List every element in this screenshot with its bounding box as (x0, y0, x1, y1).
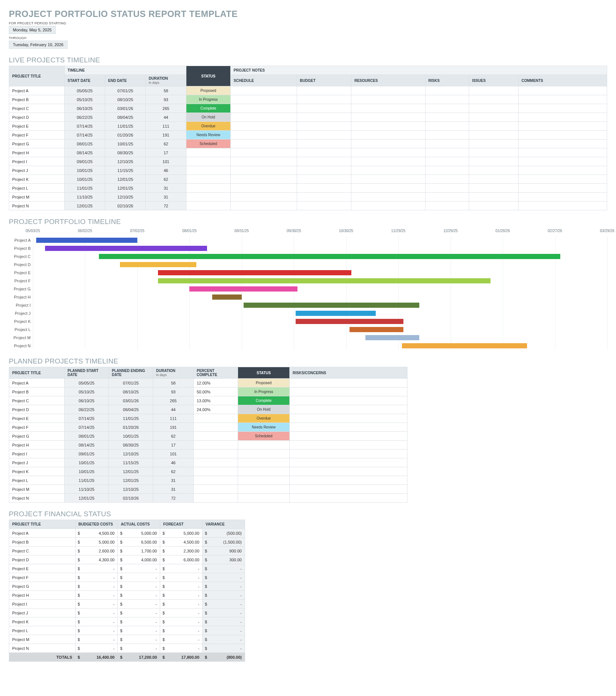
cell-end: 01/20/26 (105, 131, 146, 139)
cell-concerns (290, 467, 407, 476)
cell-comments (519, 184, 607, 193)
gantt-bar (158, 278, 491, 283)
gantt-row-label: Project K (9, 317, 33, 325)
gantt-bar (158, 270, 351, 275)
cell-resources (351, 157, 425, 166)
cell-concerns (290, 449, 407, 458)
cell-title: Project G (9, 432, 65, 441)
totals-label: TOTALS (9, 653, 76, 662)
cell-pstatus (238, 494, 290, 503)
th-issues: ISSUES (469, 75, 519, 86)
cell-comments (519, 139, 607, 148)
cell-pduration: 31 (153, 485, 194, 494)
gantt-bar (296, 311, 376, 316)
cell-budgeted: $- (75, 635, 118, 644)
gantt-tick: 08/31/25 (234, 229, 249, 233)
table-row: Project B05/10/2508/10/259350.00%In Prog… (9, 387, 407, 396)
cell-start: 05/05/25 (65, 86, 105, 95)
cell-status: Proposed (186, 86, 231, 95)
cell-ftitle: Project J (9, 609, 76, 617)
section-gantt: PROJECT PORTFOLIO TIMELINE (9, 218, 607, 226)
cell-issues (469, 184, 519, 193)
cell-status (186, 148, 231, 157)
gantt-bar (45, 246, 207, 251)
th-end-date: END DATE (105, 75, 146, 86)
cell-variance: $- (203, 591, 245, 600)
cell-pct (194, 423, 238, 432)
cell-start: 12/01/25 (65, 201, 105, 210)
cell-pduration: 72 (153, 494, 194, 503)
th-risks: RISKS (425, 75, 469, 86)
cell-pduration: 17 (153, 441, 194, 449)
cell-resources (351, 104, 425, 113)
cell-title: Project E (9, 122, 65, 131)
cell-pduration: 265 (153, 396, 194, 405)
cell-budget (297, 166, 351, 175)
cell-forecast: $2,300.00 (160, 547, 203, 555)
cell-ftitle: Project E (9, 564, 76, 573)
gantt-bar (99, 254, 560, 259)
cell-budget (297, 184, 351, 193)
cell-title: Project B (9, 387, 65, 396)
cell-status: In Progress (186, 95, 231, 104)
cell-pct (194, 414, 238, 423)
cell-issues (469, 113, 519, 122)
cell-risks (425, 193, 469, 201)
table-row: Project G08/01/2510/01/2562Scheduled (9, 432, 407, 441)
table-row: Project H$-$-$-$- (9, 591, 245, 600)
cell-budget (297, 201, 351, 210)
cell-start: 06/22/25 (65, 113, 105, 122)
cell-actual: $1,700.00 (118, 547, 160, 555)
th-duration: DURATIONin days (146, 75, 186, 86)
cell-budgeted: $- (75, 564, 118, 573)
table-row: Project M11/10/2512/10/2531 (9, 193, 607, 201)
gantt-tick: 01/28/26 (496, 229, 510, 233)
cell-title: Project J (9, 458, 65, 467)
cell-risks (425, 175, 469, 184)
gantt-row-label: Project A (9, 236, 33, 244)
cell-forecast: $6,000.00 (160, 555, 203, 564)
cell-title: Project M (9, 193, 65, 201)
cell-status: Needs Review (186, 131, 231, 139)
table-row: Project I$-$-$-$- (9, 600, 245, 609)
cell-budget (297, 113, 351, 122)
cell-end: 02/10/26 (105, 201, 146, 210)
table-row: Project K10/01/2512/01/2562 (9, 175, 607, 184)
cell-pend: 12/10/25 (109, 449, 153, 458)
cell-pduration: 62 (153, 432, 194, 441)
cell-schedule (231, 95, 297, 104)
cell-resources (351, 113, 425, 122)
cell-status (186, 166, 231, 175)
cell-pstart: 08/14/25 (65, 441, 109, 449)
table-row: Project M$-$-$-$- (9, 635, 245, 644)
cell-pduration: 44 (153, 405, 194, 414)
cell-risks (425, 122, 469, 131)
gantt-tick: 02/27/26 (548, 229, 562, 233)
th-timeline-group: TIMELINE (65, 66, 186, 75)
cell-schedule (231, 175, 297, 184)
cell-pduration: 58 (153, 379, 194, 387)
cell-resources (351, 131, 425, 139)
gantt-tick: 12/29/25 (443, 229, 458, 233)
gantt-bar (189, 286, 297, 292)
cell-start: 05/10/25 (65, 95, 105, 104)
gantt-row (33, 269, 607, 277)
cell-budget (297, 175, 351, 184)
gantt-bar (296, 319, 403, 324)
cell-pend: 07/01/25 (109, 379, 153, 387)
th-status: STATUS (186, 66, 231, 86)
gantt-row (33, 261, 607, 269)
cell-budget (297, 95, 351, 104)
cell-pstart: 05/10/25 (65, 387, 109, 396)
cell-pstart: 07/14/25 (65, 414, 109, 423)
th-status-2: STATUS (238, 367, 290, 379)
cell-start: 08/14/25 (65, 148, 105, 157)
cell-budgeted: $- (75, 582, 118, 591)
cell-budgeted: $5,000.00 (75, 538, 118, 547)
cell-resources (351, 122, 425, 131)
cell-actual: $6,500.00 (118, 538, 160, 547)
cell-concerns (290, 432, 407, 441)
cell-schedule (231, 139, 297, 148)
th-forecast: FORECAST (160, 520, 203, 529)
cell-risks (425, 104, 469, 113)
